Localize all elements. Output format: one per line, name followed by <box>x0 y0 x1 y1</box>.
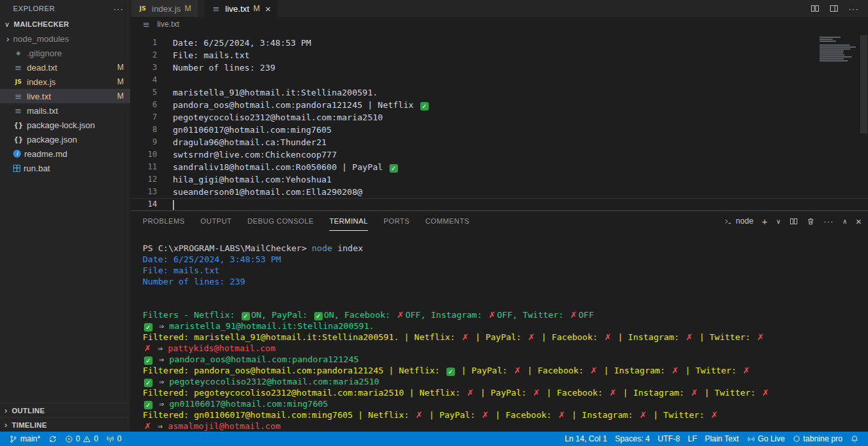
panel-tab-terminal[interactable]: TERMINAL <box>329 211 368 231</box>
text-segment: OFF, Instagram: <box>405 310 487 320</box>
file-item-readme.md[interactable]: ireadme.md <box>0 146 130 161</box>
git-branch-icon <box>9 435 18 443</box>
panel-tab-comments[interactable]: COMMENTS <box>425 211 469 231</box>
close-tab-icon[interactable]: × <box>265 4 271 14</box>
panel-tab-output[interactable]: OUTPUT <box>200 211 232 231</box>
terminal-name: node <box>736 216 753 226</box>
breadcrumb[interactable]: ≡ live.txt <box>131 17 868 31</box>
minimap[interactable] <box>820 37 856 64</box>
split-editor-icon[interactable] <box>810 4 820 13</box>
cursor-position[interactable]: Ln 14, Col 1 <box>561 432 611 446</box>
status-bar: main* 0 0 0 Ln 14, Col 1 Spaces: 4 UTF-8… <box>0 432 868 446</box>
text-segment: ⇒ <box>154 321 169 331</box>
text-segment: Date: 6/25/2024, 3:48:53 PM <box>173 38 311 48</box>
cross-icon: ✗ <box>467 388 474 398</box>
sync-button[interactable] <box>45 432 61 446</box>
timeline-section-header[interactable]: › TIMELINE <box>0 417 130 432</box>
panel-tab-ports[interactable]: PORTS <box>384 211 410 231</box>
eol-setting[interactable]: LF <box>684 432 701 446</box>
cross-icon: ✗ <box>144 343 151 353</box>
panel-more-actions-icon[interactable]: ··· <box>823 216 834 226</box>
text-segment: File: mails.txt <box>173 50 249 60</box>
text-segment: swtsrndr@live.com:Chickencoop777 <box>173 150 336 160</box>
file-item-dead.txt[interactable]: ≡dead.txtM <box>0 60 130 75</box>
check-icon: ✓ <box>242 312 250 320</box>
tab-label: live.txt <box>225 4 249 14</box>
terminal-output[interactable]: PS C:\xPROGRAM-LABS\MailChecker> node in… <box>131 231 868 432</box>
modified-badge: M <box>117 63 124 72</box>
editor-layout-icon[interactable] <box>829 4 839 13</box>
minimap-line <box>820 58 844 60</box>
text-segment: | PayPal: <box>475 388 532 398</box>
project-section-header[interactable]: ∨ MAILCHECKER <box>0 17 130 31</box>
modified-badge: M <box>253 4 260 13</box>
cross-icon: ✗ <box>528 332 535 342</box>
text-segment: ⇒ <box>154 399 169 409</box>
tab-index.js[interactable]: JSindex.jsM <box>131 0 198 17</box>
sidebar-bottom-sections: › OUTLINE › TIMELINE <box>0 403 130 432</box>
file-name: .gitignore <box>27 48 130 58</box>
cross-icon: ✗ <box>570 310 577 320</box>
cross-icon: ✗ <box>397 310 404 320</box>
text-segment: sandraliv18@hotmail.com:Ro050600 | PayPa… <box>173 162 388 172</box>
line-text: sandraliv18@hotmail.com:Ro050600 | PayPa… <box>173 161 399 173</box>
notifications-button[interactable] <box>846 432 863 446</box>
file-item-live.txt[interactable]: ≡live.txtM <box>0 89 130 103</box>
split-terminal-icon[interactable] <box>789 217 798 226</box>
terminal-line: Filtered: gn01106017@hotmail.com:ming760… <box>143 409 868 420</box>
code-content: 1Date: 6/25/2024, 3:48:53 PM2File: mails… <box>131 31 868 211</box>
code-editor[interactable]: 1Date: 6/25/2024, 3:48:53 PM2File: mails… <box>131 31 868 211</box>
txt-file-icon: ≡ <box>13 92 24 101</box>
outline-section-header[interactable]: › OUTLINE <box>0 403 130 417</box>
kill-terminal-icon[interactable] <box>806 217 815 226</box>
bat-file-icon <box>13 165 20 172</box>
problems-indicator[interactable]: 0 0 <box>61 432 102 446</box>
branch-indicator[interactable]: main* <box>5 432 45 446</box>
panel-tab-debug-console[interactable]: DEBUG CONSOLE <box>247 211 314 231</box>
bell-icon <box>850 435 859 443</box>
line-text: pandora_oos@hotmail.com:pandora121245 | … <box>173 99 430 111</box>
text-segment: OFF, Twitter: <box>497 310 569 320</box>
file-item-.gitignore[interactable]: ◆.gitignore <box>0 46 130 60</box>
line-text: pegoteycocoliso2312@hotmail.com:maria251… <box>173 111 383 124</box>
text-segment: Filtered: gn01106017@hotmail.com:ming760… <box>143 410 414 420</box>
line-text: swtsrndr@live.com:Chickencoop777 <box>173 148 336 161</box>
new-terminal-icon[interactable]: + <box>762 216 768 227</box>
terminal-profile-selector[interactable]: node <box>724 216 753 226</box>
file-item-index.js[interactable]: JSindex.jsM <box>0 75 130 89</box>
editor-scrollbar[interactable] <box>860 35 867 133</box>
minimap-line <box>820 56 852 58</box>
explorer-more-actions-icon[interactable]: ··· <box>113 4 124 14</box>
go-live-button[interactable]: Go Live <box>743 432 789 446</box>
file-item-run.bat[interactable]: run.bat <box>0 161 130 175</box>
line-number: 1 <box>131 37 157 49</box>
tab-live.txt[interactable]: ≡live.txtM× <box>204 0 278 17</box>
ports-indicator[interactable]: 0 <box>102 432 126 446</box>
maximize-panel-icon[interactable]: ∧ <box>842 218 847 225</box>
indentation-setting[interactable]: Spaces: 4 <box>611 432 653 446</box>
close-panel-icon[interactable]: × <box>856 216 861 227</box>
text-segment: | PayPal: <box>456 366 513 375</box>
panel-tab-problems[interactable]: PROBLEMS <box>143 211 185 231</box>
check-icon: ✓ <box>144 401 153 409</box>
tabnine-status[interactable]: tabnine pro <box>789 432 846 446</box>
explorer-sidebar: EXPLORER ··· ∨ MAILCHECKER ›node_modules… <box>0 0 131 432</box>
file-item-mails.txt[interactable]: ≡mails.txt <box>0 103 130 118</box>
text-segment: index <box>333 243 363 253</box>
line-text: Date: 6/25/2024, 3:48:53 PM <box>173 37 311 49</box>
file-item-package-lock.json[interactable]: {}package-lock.json <box>0 118 130 132</box>
language-mode[interactable]: Plain Text <box>701 432 743 446</box>
tab-label: index.js <box>152 4 181 14</box>
file-tree: ›node_modules◆.gitignore≡dead.txtMJSinde… <box>0 31 130 403</box>
more-actions-icon[interactable]: ··· <box>848 4 859 14</box>
cross-icon: ✗ <box>609 388 617 398</box>
txt-file-icon: ≡ <box>13 63 24 73</box>
encoding-setting[interactable]: UTF-8 <box>654 432 684 446</box>
file-name: index.js <box>27 77 117 87</box>
terminal-dropdown-icon[interactable]: ∨ <box>776 218 781 225</box>
file-item-node_modules[interactable]: ›node_modules <box>0 31 130 46</box>
terminal-line: Filtered: pandora_oos@hotmail.com:pandor… <box>143 365 868 376</box>
minimap-line <box>820 54 844 56</box>
file-item-package.json[interactable]: {}package.json <box>0 132 130 146</box>
terminal-line: Date: 6/25/2024, 3:48:53 PM <box>143 254 868 265</box>
